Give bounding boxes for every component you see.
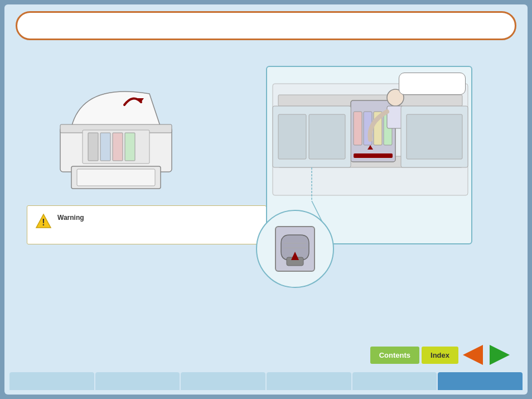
- warning-box: ! Warning: [27, 205, 267, 244]
- warning-text-block: Warning: [57, 213, 84, 222]
- warning-label: Warning: [57, 214, 84, 222]
- svg-rect-3: [77, 169, 155, 186]
- svg-rect-25: [278, 114, 306, 159]
- tab-4[interactable]: [267, 372, 351, 390]
- svg-rect-22: [354, 153, 393, 158]
- nav-buttons-row: Contents Index: [9, 341, 523, 369]
- main-content: ! Warning: [16, 49, 516, 339]
- tab-5[interactable]: [352, 372, 437, 390]
- back-arrow-icon: [463, 345, 483, 365]
- svg-rect-8: [125, 133, 135, 161]
- svg-rect-16: [354, 112, 362, 145]
- printer-detail-box: [266, 66, 472, 244]
- tab-3[interactable]: [181, 372, 265, 390]
- svg-rect-26: [309, 114, 345, 159]
- tab-2[interactable]: [95, 372, 180, 390]
- forward-arrow-icon: [490, 345, 510, 365]
- forward-button[interactable]: [487, 345, 512, 365]
- tab-6[interactable]: [438, 372, 523, 390]
- svg-rect-6: [100, 133, 110, 161]
- tab-bar: [9, 369, 523, 390]
- svg-text:!: !: [42, 218, 45, 227]
- index-button[interactable]: Index: [422, 347, 458, 364]
- title-bar: [16, 11, 516, 40]
- zoom-circle: [256, 210, 334, 288]
- warning-icon: !: [35, 213, 52, 229]
- callout-bubble: [399, 73, 466, 95]
- right-section: [233, 60, 505, 244]
- bottom-nav: Contents Index: [9, 341, 523, 390]
- back-button[interactable]: [461, 345, 485, 365]
- left-section: ! Warning: [27, 60, 216, 244]
- tab-1[interactable]: [9, 372, 94, 390]
- svg-rect-5: [88, 133, 98, 161]
- outer-frame: ! Warning: [4, 4, 528, 395]
- contents-button[interactable]: Contents: [370, 347, 419, 364]
- printer-illustration: [38, 60, 205, 194]
- svg-rect-28: [407, 114, 462, 159]
- svg-rect-7: [113, 133, 123, 161]
